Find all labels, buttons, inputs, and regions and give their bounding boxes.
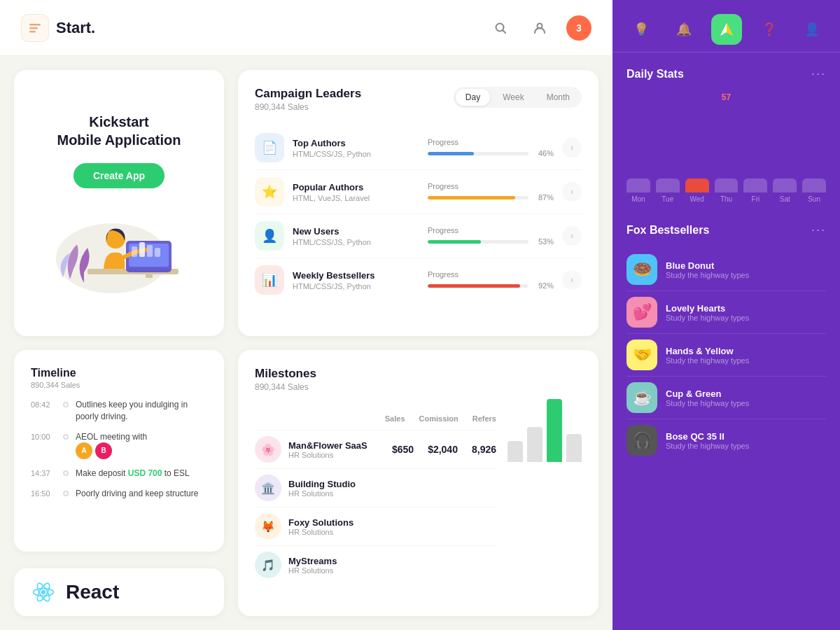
bestseller-name: Hands & Yellow [666,346,826,356]
kickstart-card: Kickstart Mobile Application Create App [14,70,224,336]
chart-day-label: Thu [720,195,732,203]
chart-day-label: Wed [690,195,704,203]
logo-icon [21,14,49,42]
milestone-info: Building Studio HR Solutions [288,479,405,498]
sidebar-icon-2[interactable] [711,14,742,45]
milestones-header-row: SalesComissionRefers [255,406,496,430]
row-info: Top Authors HTML/CSS/JS, Python [293,138,419,158]
sidebar-icon-0[interactable]: 💡 [626,14,657,45]
avatar: A [76,442,92,459]
timeline-text: Poorly driving and keep structure [76,489,198,498]
progress-label: Progress [428,226,554,234]
fox-bestsellers-header: Fox Bestsellers ··· [626,223,826,237]
chart-col: Sun [802,178,826,203]
milestone-name: Building Studio [288,479,405,489]
daily-stats-menu[interactable]: ··· [811,66,826,81]
timeline-text: Make deposit [76,468,128,478]
milestone-info: MyStreams HR Solutions [288,556,405,575]
bestseller-thumb: ☕ [626,382,657,413]
sidebar-icon-1[interactable]: 🔔 [668,14,699,45]
progress-label: Progress [428,138,554,146]
milestone-sub: HR Solutions [288,451,385,459]
milestone-icon: 🦊 [255,513,281,540]
sidebar-icon-4[interactable]: 👤 [797,14,827,45]
row-arrow-btn[interactable]: › [562,182,582,202]
search-icon[interactable] [488,15,513,41]
chart-wrapper: 57 Mon Tue Wed Thu Fri Sat S [626,92,826,203]
progress-bar-container: 53% [428,237,554,246]
progress-pct: 92% [534,281,554,290]
bestseller-info: Bose QC 35 II Study the highway types [666,431,826,450]
stat-sales: $650 [392,443,414,456]
timeline-content: Make deposit USD 700 to ESL [76,468,190,479]
chart-day-label: Mon [631,195,645,203]
timeline-item: 10:00 AEOL meeting with A B [31,431,207,460]
svg-rect-11 [132,246,137,257]
timeline-time: 08:42 [31,400,56,409]
chart-day-label: Tue [662,195,673,203]
bestseller-sub: Study the highway types [666,271,826,279]
milestones-title: Milestones [255,367,316,381]
bestseller-sub: Study the highway types [666,356,826,365]
tab-month[interactable]: Month [537,89,580,106]
tab-week[interactable]: Week [493,89,533,106]
bestseller-name: Lovely Hearts [666,303,826,314]
milestones-menu[interactable]: ··· [567,367,582,382]
react-logo [31,580,56,605]
milestone-name: Foxy Solutions [288,517,405,528]
chart-bar [656,178,680,192]
row-arrow-btn[interactable]: › [562,226,582,246]
bestseller-sub: Study the highway types [666,399,826,407]
milestones-title-group: Milestones 890,344 Sales [255,367,316,392]
timeline-text-2: to ESL [162,468,189,478]
tab-day[interactable]: Day [456,89,490,106]
stat-header-label: Refers [472,414,496,423]
row-tech: HTML/CSS/JS, Python [293,238,419,246]
stat-header-label: Sales [385,414,405,423]
bestseller-icon: 🎧 [633,431,652,449]
chart-col: Fri [743,178,767,203]
progress-label: Progress [428,182,554,190]
chart-bar [802,178,826,192]
chart-col: Wed [685,178,709,203]
row-arrow-btn[interactable]: › [562,138,582,158]
timeline-subtitle: 890,344 Sales [31,381,207,389]
user-icon[interactable] [527,15,552,41]
daily-stats-title: Daily Stats [626,68,684,80]
row-icon: ⭐ [255,177,284,206]
notification-badge[interactable]: 3 [566,15,592,41]
row-icon: 📄 [255,133,284,162]
chart-day-label: Sun [808,195,820,203]
timeline-content: Poorly driving and keep structure [76,488,198,500]
tab-group: Day Week Month [454,87,582,108]
logo: Start. [21,14,95,42]
bestseller-name: Cup & Green [666,388,826,399]
progress-bar [428,152,528,155]
chart-bar [685,178,709,192]
timeline-dot [63,434,69,440]
create-app-button[interactable]: Create App [74,163,164,188]
campaign-header: Campaign Leaders 890,344 Sales Day Week … [255,87,582,112]
chart-col: Mon [626,178,650,203]
milestones-list: SalesComissionRefers 🌸 Man&Flower SaaS H… [255,406,496,599]
milestone-sub: HR Solutions [288,489,405,498]
stat-header: Comission [419,412,458,424]
daily-stats-header: Daily Stats ··· [626,66,826,81]
timeline-items: 08:42 Outlines keep you indulging in poo… [31,399,207,500]
row-name: Popular Authors [293,182,419,192]
timeline-time: 10:00 [31,433,56,441]
chart-col: Sat [773,178,797,203]
row-arrow-btn[interactable]: › [562,270,582,290]
timeline-content: Outlines keep you indulging in poorly dr… [76,399,207,423]
sidebar-icon-3[interactable]: ❓ [754,14,785,45]
timeline-content: AEOL meeting with A B [76,431,147,460]
row-icon: 📊 [255,265,284,295]
progress-bar-container: 92% [428,281,554,290]
fox-bestsellers-menu[interactable]: ··· [811,223,826,237]
campaign-title: Campaign Leaders [255,87,361,101]
progress-bar [428,196,528,200]
row-tech: HTML, VueJS, Laravel [293,194,419,202]
row-icon: 👤 [255,221,284,251]
mini-bar [527,427,542,462]
timeline-time: 14:37 [31,469,56,477]
